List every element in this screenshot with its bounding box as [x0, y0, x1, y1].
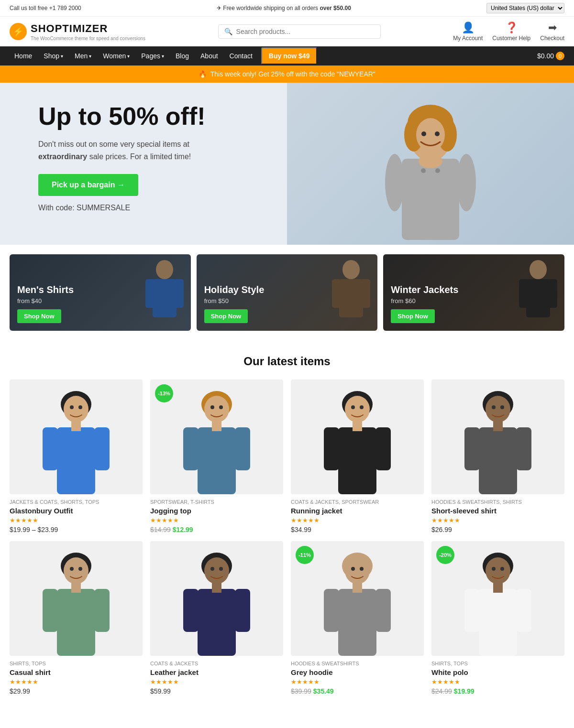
svg-point-69 [78, 567, 82, 571]
header-actions: 👤 My Account ❓ Customer Help ➡ Checkout [453, 22, 564, 42]
svg-point-72 [204, 557, 229, 584]
product-price: $29.99 [10, 687, 143, 695]
nav-contact[interactable]: Contact [225, 46, 257, 65]
category-card-holiday[interactable]: Holiday Style from $50 Shop Now [197, 254, 378, 331]
chevron-down-icon: ▾ [61, 54, 63, 59]
svg-rect-39 [235, 427, 250, 470]
chevron-down-icon: ▾ [162, 54, 164, 59]
product-categories: COATS & JACKETS, SPORTSWEAR [291, 499, 424, 505]
logo-text: SHOPTIMIZER [31, 22, 145, 35]
nav-men[interactable]: Men ▾ [70, 46, 96, 65]
search-input[interactable] [236, 28, 375, 35]
fire-icon: 🔥 [199, 70, 207, 78]
product-image [10, 541, 143, 656]
product-image [431, 380, 564, 494]
product-card[interactable]: -11% HOODIES & [291, 541, 424, 695]
product-card[interactable]: HOODIES & SWEATSHIRTS, SHIRTS Short-slee… [431, 380, 564, 533]
region-selector[interactable]: United States (US) dollar Euro British P… [486, 3, 564, 13]
svg-point-63 [64, 557, 88, 584]
category-price-3: from $60 [391, 297, 557, 304]
product-price: $14.99$12.99 [150, 526, 283, 533]
svg-rect-85 [353, 583, 362, 593]
category-overlay-2: Holiday Style from $50 Shop Now [197, 254, 378, 331]
svg-rect-83 [324, 589, 339, 632]
product-name: Casual shirt [10, 668, 143, 676]
cart-button[interactable]: $0.00 0 [537, 52, 564, 60]
product-rating: ★★★★★ [10, 517, 143, 524]
category-shop-button-1[interactable]: Shop Now [17, 309, 61, 323]
svg-point-60 [500, 405, 504, 409]
discount-badge: -11% [296, 546, 314, 564]
category-title-1: Men's Shirts [17, 284, 183, 295]
product-card[interactable]: COATS & JACKETS, SPORTSWEAR Running jack… [291, 380, 424, 533]
help-icon: ❓ [505, 22, 518, 34]
svg-point-90 [486, 557, 510, 584]
category-price-1: from $40 [17, 297, 183, 304]
product-card[interactable]: -13% SPORTSWEAR [150, 380, 283, 533]
product-rating: ★★★★★ [10, 678, 143, 685]
account-icon: 👤 [462, 22, 475, 34]
product-image: -13% [150, 380, 283, 494]
chevron-down-icon: ▾ [127, 54, 130, 59]
phone-number: Call us toll free +1 789 2000 [10, 5, 81, 11]
discount-badge: -13% [155, 384, 173, 402]
product-card[interactable]: -20% SHIRTS, TO [431, 541, 564, 695]
product-name: Grey hoodie [291, 668, 424, 676]
my-account-button[interactable]: 👤 My Account [453, 22, 483, 42]
product-name: Leather jacket [150, 668, 283, 676]
svg-rect-74 [183, 589, 199, 632]
product-person-illustration [291, 380, 424, 494]
promo-text: This week only! Get 25% off with the cod… [210, 70, 375, 78]
svg-rect-37 [198, 427, 236, 494]
buy-now-button[interactable]: Buy now $49 [261, 47, 318, 65]
svg-rect-94 [493, 583, 503, 593]
category-shop-button-3[interactable]: Shop Now [391, 309, 435, 323]
svg-rect-66 [94, 589, 110, 632]
svg-rect-38 [183, 427, 199, 470]
product-categories: HOODIES & SWEATSHIRTS, SHIRTS [431, 499, 564, 505]
svg-rect-92 [464, 589, 480, 632]
product-price: $59.99 [150, 687, 283, 695]
svg-rect-47 [324, 427, 339, 470]
nav-women[interactable]: Women ▾ [98, 46, 134, 65]
category-card-mens-shirts[interactable]: Men's Shirts from $40 Shop Now [10, 254, 191, 331]
discount-badge: -20% [436, 546, 454, 564]
product-categories: COATS & JACKETS [150, 661, 283, 666]
svg-point-78 [219, 567, 223, 571]
product-name: White polo [431, 668, 564, 676]
header: ⚡ SHOPTIMIZER The WooCommerce theme for … [0, 17, 574, 46]
hero-cta-button[interactable]: Pick up a bargain → [38, 174, 138, 196]
product-categories: HOODIES & SWEATSHIRTS [291, 661, 424, 666]
category-section: Men's Shirts from $40 Shop Now Holiday S… [0, 245, 574, 340]
category-card-winter[interactable]: Winter Jackets from $60 Shop Now [383, 254, 564, 331]
product-categories: SHIRTS, TOPS [10, 661, 143, 666]
category-shop-button-2[interactable]: Shop Now [204, 309, 248, 323]
checkout-button[interactable]: ➡ Checkout [540, 22, 564, 42]
nav-about[interactable]: About [196, 46, 223, 65]
product-categories: JACKETS & COATS, SHORTS, TOPS [10, 499, 143, 505]
nav-home[interactable]: Home [10, 46, 37, 65]
product-price: $39.99$35.49 [291, 687, 424, 695]
product-person-illustration [10, 541, 143, 656]
nav-pages[interactable]: Pages ▾ [136, 46, 169, 65]
product-name: Running jacket [291, 507, 424, 515]
search-bar[interactable]: 🔍 [218, 24, 381, 39]
product-rating: ★★★★★ [291, 517, 424, 524]
svg-point-95 [492, 567, 496, 571]
product-price: $24.99$19.99 [431, 687, 564, 695]
svg-point-41 [210, 405, 214, 409]
svg-point-81 [345, 557, 370, 584]
product-card[interactable]: COATS & JACKETS Leather jacket ★★★★★ $59… [150, 541, 283, 695]
product-person-illustration [431, 380, 564, 494]
promo-bar: 🔥 This week only! Get 25% off with the c… [0, 65, 574, 83]
nav-shop[interactable]: Shop ▾ [39, 46, 68, 65]
svg-point-50 [351, 405, 355, 409]
logo[interactable]: ⚡ SHOPTIMIZER The WooCommerce theme for … [10, 22, 145, 41]
product-card[interactable]: SHIRTS, TOPS Casual shirt ★★★★★ $29.99 [10, 541, 143, 695]
logo-subtitle: The WooCommerce theme for speed and conv… [31, 36, 145, 41]
product-card[interactable]: JACKETS & COATS, SHORTS, TOPS Glastonbur… [10, 380, 143, 533]
nav-blog[interactable]: Blog [171, 46, 194, 65]
product-name: Glastonbury Outfit [10, 507, 143, 515]
customer-help-button[interactable]: ❓ Customer Help [492, 22, 530, 42]
svg-point-27 [64, 396, 88, 423]
